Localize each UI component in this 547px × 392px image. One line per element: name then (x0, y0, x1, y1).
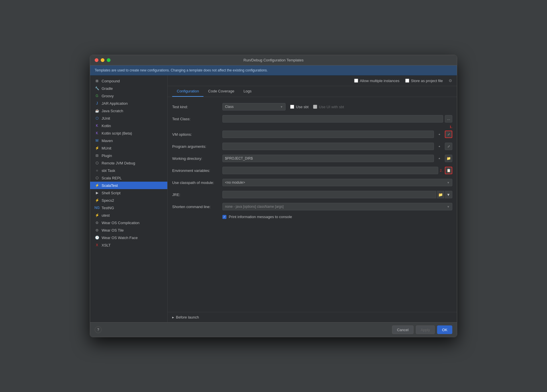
sidebar-item-scala-repl[interactable]: ⬡Scala REPL (90, 174, 167, 182)
sidebar-item-groovy[interactable]: GGroovy (90, 92, 167, 100)
sidebar-label-wear-os-complication: Wear OS Complication (102, 221, 139, 225)
vm-options-row: 1. VM options: + ⤢ (172, 130, 452, 138)
sidebar-item-wear-os-tile[interactable]: ⊙Wear OS Tile (90, 226, 167, 234)
shorten-command-line-dropdown[interactable]: none - java [options] className [args] ▼ (222, 203, 452, 210)
sidebar-item-kotlin-script-beta[interactable]: KKotlin script (Beta) (90, 129, 167, 137)
sidebar-item-wear-os-watch-face[interactable]: 🕐Wear OS Watch Face (90, 234, 167, 241)
help-button[interactable]: ? (95, 326, 102, 333)
sidebar-item-maven[interactable]: MMaven (90, 137, 167, 144)
tab-code-coverage[interactable]: Code Coverage (203, 86, 239, 97)
sidebar-label-scala-repl: Scala REPL (102, 176, 122, 180)
info-bar: Templates are used to create new configu… (90, 65, 457, 75)
minimize-button[interactable] (101, 58, 104, 62)
sidebar-item-remote-jvm-debug[interactable]: ⬡Remote JVM Debug (90, 159, 167, 167)
working-directory-input[interactable] (222, 155, 434, 162)
use-ui-with-sbt-group[interactable]: Use UI with sbt (313, 105, 344, 109)
program-arguments-expand-btn[interactable]: ⤢ (445, 143, 452, 150)
sidebar-label-junit: JUnit (102, 116, 110, 121)
gear-icon[interactable]: ⚙ (449, 78, 452, 83)
allow-multiple-instances-checkbox[interactable] (354, 79, 358, 83)
sidebar-item-testng[interactable]: NGTestNG (90, 204, 167, 211)
sidebar-item-compound[interactable]: ⊞Compound (90, 77, 167, 85)
before-launch-label: Before launch (176, 315, 199, 319)
info-text: Templates are used to create new configu… (95, 68, 268, 72)
sidebar-item-munit[interactable]: ⚡MUnit (90, 144, 167, 152)
working-directory-browse-btn[interactable]: 📁 (445, 155, 452, 162)
form-area: Test kind: Class ▼ Use sbt (168, 97, 457, 312)
use-sbt-group[interactable]: Use sbt (290, 105, 309, 109)
test-class-input[interactable] (222, 115, 443, 123)
sidebar-label-specs2: Specs2 (102, 198, 114, 203)
working-directory-add-btn[interactable]: + (436, 155, 443, 162)
print-info-checkbox[interactable]: ✓ (222, 215, 226, 219)
use-classpath-dropdown[interactable]: <no module> ▼ (222, 179, 452, 186)
sidebar-item-utest[interactable]: ⚡utest (90, 211, 167, 219)
cancel-button[interactable]: Cancel (392, 325, 413, 334)
sidebar-item-gradle[interactable]: 🔧Gradle (90, 85, 167, 92)
sidebar-item-jar-application[interactable]: JJAR Application (90, 100, 167, 107)
sidebar-label-plugin: Plugin (102, 154, 112, 158)
sidebar-icon-groovy: G (95, 94, 99, 98)
sidebar-item-shell-script[interactable]: ▶Shell Script (90, 189, 167, 197)
jre-folder-btn[interactable]: 📁 (437, 191, 444, 198)
titlebar: Run/Debug Configuration Templates (90, 55, 457, 65)
store-as-project-file-group[interactable]: Store as project file (405, 79, 443, 83)
allow-multiple-instances-group[interactable]: Allow multiple instances (354, 79, 399, 83)
tab-configuration[interactable]: Configuration (172, 86, 203, 97)
program-arguments-add-btn[interactable]: + (436, 143, 443, 150)
vm-options-input[interactable] (222, 131, 434, 138)
store-as-project-file-checkbox[interactable] (405, 79, 409, 83)
sidebar-item-specs2[interactable]: ⚡Specs2 (90, 197, 167, 204)
sidebar-item-plugin[interactable]: ⊟Plugin (90, 152, 167, 159)
jre-controls: 📁 ▼ (222, 191, 452, 198)
vm-options-add-btn[interactable]: + (436, 131, 443, 138)
sidebar-label-scalatest: ScalaTest (102, 183, 118, 188)
use-classpath-arrow: ▼ (447, 181, 450, 184)
jre-label: JRE: (172, 193, 222, 197)
shorten-command-line-value: none - java [options] className [args] (225, 205, 284, 209)
top-options: Allow multiple instances Store as projec… (168, 75, 457, 86)
sidebar-item-java-scratch[interactable]: ☕Java Scratch (90, 107, 167, 115)
sbt-options: Use sbt Use UI with sbt (290, 105, 344, 109)
sidebar-icon-utest: ⚡ (95, 213, 99, 218)
environment-variables-row: Environment variables: 2. 📋 (172, 166, 452, 174)
sidebar-item-wear-os-complication[interactable]: ⊙Wear OS Complication (90, 219, 167, 226)
jre-input-group: 📁 ▼ (222, 191, 452, 198)
working-directory-label: Working directory: (172, 156, 222, 161)
right-panel: Allow multiple instances Store as projec… (168, 75, 457, 322)
test-kind-dropdown[interactable]: Class ▼ (222, 103, 286, 110)
sidebar-item-xslt[interactable]: XXSLT (90, 241, 167, 249)
program-arguments-input[interactable] (222, 143, 434, 150)
sidebar-icon-maven: M (95, 138, 99, 143)
sidebar-label-maven: Maven (102, 139, 113, 143)
sidebar-item-sbt-task[interactable]: ○sbt Task (90, 167, 167, 174)
sidebar-icon-scalatest: ⚡ (95, 183, 99, 188)
test-kind-row: Test kind: Class ▼ Use sbt (172, 103, 452, 111)
ok-button[interactable]: OK (437, 325, 452, 334)
tab-logs[interactable]: Logs (239, 86, 256, 97)
use-ui-with-sbt-label: Use UI with sbt (319, 105, 344, 109)
close-button[interactable] (95, 58, 98, 62)
jre-dropdown-btn[interactable]: ▼ (445, 191, 452, 198)
use-sbt-checkbox[interactable] (290, 105, 294, 109)
sidebar-item-junit[interactable]: ⬡JUnit (90, 115, 167, 122)
shorten-command-line-controls: none - java [options] className [args] ▼ (222, 203, 452, 210)
maximize-button[interactable] (107, 58, 110, 62)
apply-button[interactable]: Apply (416, 325, 435, 334)
environment-variables-input[interactable] (222, 167, 438, 174)
use-ui-with-sbt-checkbox[interactable] (313, 105, 317, 109)
program-arguments-controls: + ⤢ (222, 143, 452, 150)
jre-input[interactable] (222, 191, 436, 198)
sidebar-item-kotlin[interactable]: KKotlin (90, 122, 167, 129)
sidebar-icon-testng: NG (95, 205, 99, 210)
working-directory-controls: + 📁 (222, 155, 452, 162)
vm-options-expand-btn[interactable]: ⤢ (445, 131, 452, 138)
before-launch-header[interactable]: ▸ Before launch (172, 315, 452, 319)
use-classpath-label: Use classpath of module: (172, 181, 222, 185)
environment-variables-edit-btn[interactable]: 📋 (445, 167, 452, 174)
sidebar-icon-junit: ⬡ (95, 116, 99, 121)
sidebar-icon-sbt-task: ○ (95, 168, 99, 173)
badge-1: 1. (450, 125, 452, 129)
test-class-browse-btn[interactable]: … (445, 115, 452, 123)
sidebar-item-scalatest[interactable]: ⚡ScalaTest (90, 182, 167, 189)
